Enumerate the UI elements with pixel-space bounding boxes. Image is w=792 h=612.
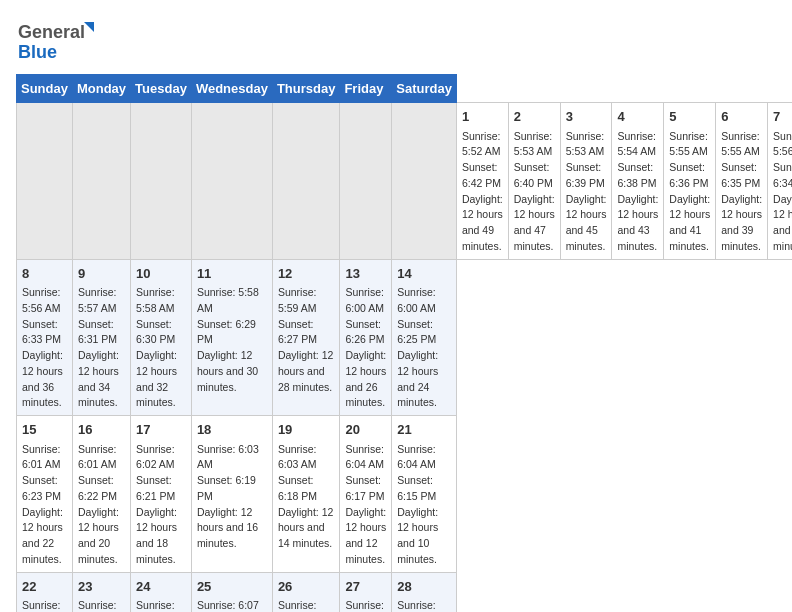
daylight: Daylight: 12 hours and 45 minutes.	[566, 193, 607, 252]
sunset: Sunset: 6:18 PM	[278, 474, 317, 502]
day-number: 2	[514, 107, 555, 127]
sunset: Sunset: 6:27 PM	[278, 318, 317, 346]
calendar-cell: 7Sunrise: 5:56 AMSunset: 6:34 PMDaylight…	[768, 103, 792, 260]
daylight: Daylight: 12 hours and 36 minutes.	[22, 349, 63, 408]
calendar-cell: 23Sunrise: 6:06 AMSunset: 6:13 PMDayligh…	[72, 572, 130, 612]
day-number: 16	[78, 420, 125, 440]
daylight: Daylight: 12 hours and 39 minutes.	[721, 193, 762, 252]
day-number: 23	[78, 577, 125, 597]
sunrise: Sunrise: 6:09 AM	[397, 599, 436, 612]
sunrise: Sunrise: 5:58 AM	[136, 286, 175, 314]
day-number: 27	[345, 577, 386, 597]
sunset: Sunset: 6:15 PM	[397, 474, 436, 502]
calendar-cell	[72, 103, 130, 260]
svg-marker-2	[84, 22, 94, 32]
sunrise: Sunrise: 5:54 AM	[617, 130, 656, 158]
calendar-cell: 26Sunrise: 6:08 AMSunset: 6:09 PMDayligh…	[272, 572, 340, 612]
calendar-cell: 24Sunrise: 6:06 AMSunset: 6:11 PMDayligh…	[131, 572, 192, 612]
calendar-cell: 28Sunrise: 6:09 AMSunset: 6:06 PMDayligh…	[392, 572, 457, 612]
sunset: Sunset: 6:40 PM	[514, 161, 553, 189]
svg-text:General: General	[18, 22, 85, 42]
daylight: Daylight: 12 hours and 16 minutes.	[197, 506, 258, 550]
sunset: Sunset: 6:21 PM	[136, 474, 175, 502]
day-number: 6	[721, 107, 762, 127]
daylight: Daylight: 12 hours and 49 minutes.	[462, 193, 503, 252]
calendar-cell: 16Sunrise: 6:01 AMSunset: 6:22 PMDayligh…	[72, 416, 130, 573]
sunrise: Sunrise: 6:04 AM	[345, 443, 384, 471]
day-number: 17	[136, 420, 186, 440]
calendar-cell: 3Sunrise: 5:53 AMSunset: 6:39 PMDaylight…	[560, 103, 612, 260]
day-number: 26	[278, 577, 335, 597]
header-day-wednesday: Wednesday	[191, 75, 272, 103]
sunset: Sunset: 6:26 PM	[345, 318, 384, 346]
calendar-cell: 22Sunrise: 6:05 AMSunset: 6:14 PMDayligh…	[17, 572, 73, 612]
sunrise: Sunrise: 6:08 AM	[278, 599, 317, 612]
sunrise: Sunrise: 5:55 AM	[721, 130, 760, 158]
daylight: Daylight: 12 hours and 22 minutes.	[22, 506, 63, 565]
sunrise: Sunrise: 5:59 AM	[278, 286, 317, 314]
daylight: Daylight: 12 hours and 14 minutes.	[278, 506, 333, 550]
logo-svg: General Blue	[16, 16, 96, 66]
daylight: Daylight: 12 hours and 10 minutes.	[397, 506, 438, 565]
daylight: Daylight: 12 hours and 18 minutes.	[136, 506, 177, 565]
sunrise: Sunrise: 5:56 AM	[22, 286, 61, 314]
calendar-cell: 9Sunrise: 5:57 AMSunset: 6:31 PMDaylight…	[72, 259, 130, 416]
day-number: 13	[345, 264, 386, 284]
calendar-cell: 11Sunrise: 5:58 AMSunset: 6:29 PMDayligh…	[191, 259, 272, 416]
sunrise: Sunrise: 6:06 AM	[136, 599, 175, 612]
calendar-cell: 17Sunrise: 6:02 AMSunset: 6:21 PMDayligh…	[131, 416, 192, 573]
daylight: Daylight: 12 hours and 41 minutes.	[669, 193, 710, 252]
calendar-cell: 19Sunrise: 6:03 AMSunset: 6:18 PMDayligh…	[272, 416, 340, 573]
header: General Blue	[16, 16, 776, 66]
calendar-cell: 8Sunrise: 5:56 AMSunset: 6:33 PMDaylight…	[17, 259, 73, 416]
day-number: 9	[78, 264, 125, 284]
calendar-cell: 4Sunrise: 5:54 AMSunset: 6:38 PMDaylight…	[612, 103, 664, 260]
calendar-cell: 1Sunrise: 5:52 AMSunset: 6:42 PMDaylight…	[456, 103, 508, 260]
calendar-cell: 14Sunrise: 6:00 AMSunset: 6:25 PMDayligh…	[392, 259, 457, 416]
daylight: Daylight: 12 hours and 47 minutes.	[514, 193, 555, 252]
sunrise: Sunrise: 6:03 AM	[278, 443, 317, 471]
day-number: 4	[617, 107, 658, 127]
svg-text:Blue: Blue	[18, 42, 57, 62]
sunrise: Sunrise: 6:03 AM	[197, 443, 259, 471]
calendar-cell: 15Sunrise: 6:01 AMSunset: 6:23 PMDayligh…	[17, 416, 73, 573]
sunrise: Sunrise: 5:57 AM	[78, 286, 117, 314]
calendar-cell	[272, 103, 340, 260]
sunset: Sunset: 6:36 PM	[669, 161, 708, 189]
day-number: 12	[278, 264, 335, 284]
calendar-cell	[392, 103, 457, 260]
daylight: Daylight: 12 hours and 30 minutes.	[197, 349, 258, 393]
daylight: Daylight: 12 hours and 28 minutes.	[278, 349, 333, 393]
sunrise: Sunrise: 6:08 AM	[345, 599, 384, 612]
sunset: Sunset: 6:31 PM	[78, 318, 117, 346]
day-number: 14	[397, 264, 451, 284]
day-number: 18	[197, 420, 267, 440]
sunrise: Sunrise: 5:58 AM	[197, 286, 259, 314]
sunrise: Sunrise: 6:00 AM	[345, 286, 384, 314]
day-number: 22	[22, 577, 67, 597]
day-number: 19	[278, 420, 335, 440]
sunrise: Sunrise: 5:55 AM	[669, 130, 708, 158]
calendar-cell: 5Sunrise: 5:55 AMSunset: 6:36 PMDaylight…	[664, 103, 716, 260]
sunset: Sunset: 6:25 PM	[397, 318, 436, 346]
day-number: 11	[197, 264, 267, 284]
week-row: 1Sunrise: 5:52 AMSunset: 6:42 PMDaylight…	[17, 103, 793, 260]
calendar-cell: 27Sunrise: 6:08 AMSunset: 6:07 PMDayligh…	[340, 572, 392, 612]
calendar-cell: 10Sunrise: 5:58 AMSunset: 6:30 PMDayligh…	[131, 259, 192, 416]
sunset: Sunset: 6:34 PM	[773, 161, 792, 189]
calendar-cell: 13Sunrise: 6:00 AMSunset: 6:26 PMDayligh…	[340, 259, 392, 416]
calendar-cell: 25Sunrise: 6:07 AMSunset: 6:10 PMDayligh…	[191, 572, 272, 612]
day-number: 25	[197, 577, 267, 597]
sunset: Sunset: 6:39 PM	[566, 161, 605, 189]
daylight: Daylight: 12 hours and 24 minutes.	[397, 349, 438, 408]
sunset: Sunset: 6:17 PM	[345, 474, 384, 502]
header-day-friday: Friday	[340, 75, 392, 103]
sunrise: Sunrise: 5:53 AM	[566, 130, 605, 158]
day-number: 28	[397, 577, 451, 597]
daylight: Daylight: 12 hours and 12 minutes.	[345, 506, 386, 565]
header-day-monday: Monday	[72, 75, 130, 103]
day-number: 7	[773, 107, 792, 127]
sunrise: Sunrise: 6:07 AM	[197, 599, 259, 612]
day-number: 5	[669, 107, 710, 127]
calendar-cell: 18Sunrise: 6:03 AMSunset: 6:19 PMDayligh…	[191, 416, 272, 573]
